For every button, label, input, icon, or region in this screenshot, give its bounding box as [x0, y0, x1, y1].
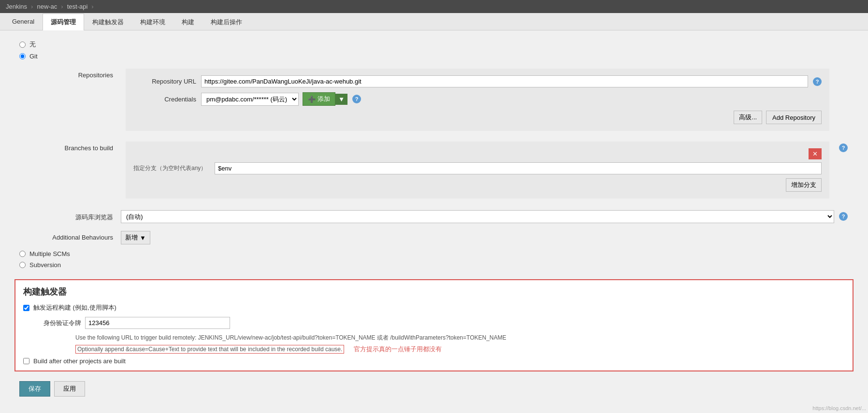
build-after-row: Build after other projects are built: [23, 357, 845, 365]
repo-url-row: Repository URL ?: [133, 75, 822, 87]
add-credentials-button[interactable]: ➕ 添加: [303, 92, 335, 106]
trigger-section: 构建触发器 触发远程构建 (例如,使用脚本) 身份验证令牌 Use the fo…: [14, 279, 854, 371]
add-repository-button[interactable]: Add Repository: [766, 111, 822, 124]
save-button[interactable]: 保存: [19, 381, 50, 397]
repo-url-help-icon[interactable]: ?: [813, 77, 822, 86]
build-after-label: Build after other projects are built: [33, 357, 126, 365]
scm-subversion-radio[interactable]: [19, 262, 26, 268]
breadcrumb-new-ac[interactable]: new-ac: [37, 3, 57, 10]
token-row: 身份验证令牌: [23, 317, 845, 329]
bottom-buttons: 保存 应用: [10, 376, 858, 401]
delete-branch-button[interactable]: ✕: [809, 148, 822, 159]
credentials-help-icon[interactable]: ?: [352, 95, 361, 103]
credentials-select[interactable]: pm@pdabc.com/****** (码云): [201, 93, 299, 106]
remote-build-row: 触发远程构建 (例如,使用脚本): [23, 303, 845, 312]
trigger-title: 构建触发器: [23, 286, 845, 298]
breadcrumb-jenkins[interactable]: Jenkins: [6, 3, 27, 10]
repos-actions: 高级... Add Repository: [133, 111, 822, 124]
repositories-label: Repositories: [14, 69, 121, 79]
scm-git-label: Git: [29, 53, 38, 60]
new-behaviour-button[interactable]: 新增 ▼: [121, 231, 150, 244]
trigger-highlight-row: Optionally append &cause=Cause+Text to p…: [23, 345, 845, 354]
tab-build-env[interactable]: 构建环境: [132, 14, 174, 30]
remote-build-label: 触发远程构建 (例如,使用脚本): [33, 303, 116, 312]
new-behaviour-caret: ▼: [140, 234, 146, 242]
arrow-1: ›: [31, 3, 33, 10]
source-browser-help-icon[interactable]: ?: [839, 212, 848, 221]
scm-multiple-label: Multiple SCMs: [29, 250, 70, 257]
credentials-label: Credentials: [133, 96, 196, 103]
trigger-comment: 官方提示真的一点锤子用都没有: [354, 345, 442, 354]
scm-git-radio[interactable]: [19, 53, 26, 59]
repositories-block: Repository URL ? Credentials pm@pdabc.co…: [126, 69, 829, 131]
tabs-bar: General 源码管理 构建触发器 构建环境 构建 构建后操作: [0, 13, 868, 30]
arrow-3: ›: [91, 3, 93, 10]
branches-label: Branches to build: [14, 142, 121, 152]
source-browser-label: 源码库浏览器: [14, 210, 121, 222]
advanced-button[interactable]: 高级...: [734, 111, 762, 124]
token-input[interactable]: [85, 317, 230, 329]
add-credentials-caret[interactable]: ▼: [335, 94, 347, 105]
branch-row: 指定分支（为空时代表any）: [133, 162, 822, 174]
tab-scm[interactable]: 源码管理: [43, 14, 84, 30]
scm-none-radio[interactable]: [19, 42, 26, 48]
top-nav: Jenkins › new-ac › test-api ›: [0, 0, 868, 13]
token-label: 身份验证令牌: [33, 319, 81, 328]
branches-help-icon[interactable]: ?: [839, 143, 848, 152]
add-branch-button[interactable]: 增加分支: [786, 178, 822, 192]
credentials-row: Credentials pm@pdabc.com/****** (码云) ➕ 添…: [133, 92, 822, 106]
source-browser-select[interactable]: (自动): [121, 210, 834, 223]
repositories-content: Repository URL ? Credentials pm@pdabc.co…: [121, 69, 839, 136]
trigger-highlight-text: Optionally append &cause=Cause+Text to p…: [75, 345, 344, 354]
trigger-url-desc: Use the following URL to trigger build r…: [23, 334, 845, 342]
tab-trigger[interactable]: 构建触发器: [84, 14, 132, 30]
subversion-row: Subversion: [19, 261, 849, 269]
branch-field-label: 指定分支（为空时代表any）: [133, 164, 211, 172]
credentials-controls: pm@pdabc.com/****** (码云) ➕ 添加 ▼: [201, 92, 347, 106]
scm-none-label: 无: [29, 40, 36, 49]
repo-url-input[interactable]: [201, 75, 808, 87]
scm-none-row: 无: [19, 40, 849, 49]
add-icon: ➕: [308, 96, 316, 103]
breadcrumb-test-api[interactable]: test-api: [67, 3, 88, 10]
tab-general[interactable]: General: [4, 14, 43, 30]
scm-subversion-label: Subversion: [29, 261, 61, 269]
arrow-2: ›: [61, 3, 63, 10]
tab-build[interactable]: 构建: [174, 14, 203, 30]
scm-git-row: Git: [19, 53, 849, 60]
scm-multiple-radio[interactable]: [19, 251, 26, 257]
build-after-checkbox[interactable]: [23, 358, 29, 364]
tab-post-build[interactable]: 构建后操作: [203, 14, 250, 30]
apply-button[interactable]: 应用: [54, 381, 85, 397]
main-content: 无 Git Repositories Repository URL ?: [0, 30, 868, 413]
branch-input[interactable]: [215, 162, 822, 174]
branches-block: ✕ 指定分支（为空时代表any） 增加分支: [126, 142, 829, 199]
multiple-scms-row: Multiple SCMs: [19, 250, 849, 257]
additional-behaviours-label: Additional Behaviours: [14, 231, 121, 241]
repo-url-label: Repository URL: [133, 78, 196, 85]
watermark: https://blog.csdn.net/...: [812, 405, 866, 411]
remote-build-checkbox[interactable]: [23, 305, 29, 311]
branches-content: ✕ 指定分支（为空时代表any） 增加分支: [121, 142, 839, 203]
